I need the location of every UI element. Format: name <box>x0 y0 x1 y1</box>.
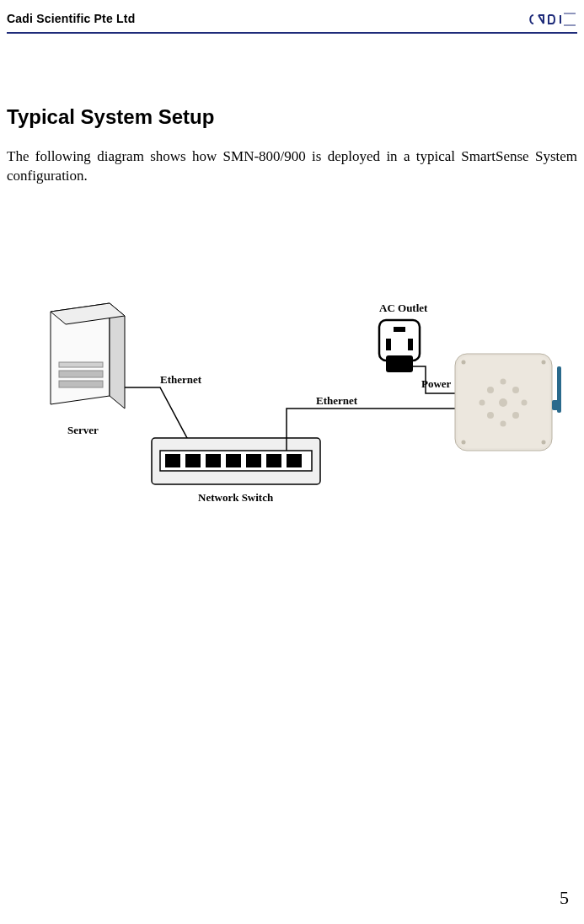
company-name: Cadi Scientific Pte Ltd <box>7 12 135 25</box>
ethernet-label-1: Ethernet <box>160 373 202 386</box>
svg-rect-10 <box>206 454 221 467</box>
server-icon <box>51 303 125 409</box>
svg-rect-9 <box>185 454 201 467</box>
svg-point-25 <box>487 412 494 419</box>
network-switch-icon <box>152 438 320 484</box>
svg-rect-36 <box>557 366 561 413</box>
svg-rect-14 <box>287 454 302 467</box>
svg-rect-19 <box>386 355 413 372</box>
cadi-logo <box>527 12 577 30</box>
svg-point-28 <box>501 421 506 427</box>
svg-rect-12 <box>246 454 261 467</box>
svg-point-29 <box>480 400 485 406</box>
power-label: Power <box>421 377 452 390</box>
svg-rect-13 <box>266 454 281 467</box>
svg-rect-17 <box>386 339 391 350</box>
system-diagram: Server Ethernet Network Switch Ethernet <box>25 286 565 531</box>
svg-point-26 <box>512 412 519 419</box>
svg-rect-3 <box>59 371 103 377</box>
page-number: 5 <box>560 887 569 909</box>
svg-rect-4 <box>59 381 103 387</box>
intro-paragraph: The following diagram shows how SMN-800/… <box>7 147 577 186</box>
svg-point-31 <box>462 361 466 365</box>
svg-rect-15 <box>379 320 420 361</box>
svg-point-33 <box>462 441 466 445</box>
svg-point-27 <box>501 379 506 385</box>
network-switch-label: Network Switch <box>198 491 274 504</box>
svg-point-30 <box>522 400 528 406</box>
svg-point-24 <box>512 387 519 393</box>
svg-marker-1 <box>110 303 125 409</box>
ac-outlet-label: AC Outlet <box>379 302 428 314</box>
svg-point-22 <box>499 398 507 407</box>
svg-rect-8 <box>165 454 180 467</box>
svg-point-34 <box>542 441 546 445</box>
svg-rect-18 <box>408 339 413 350</box>
svg-rect-11 <box>226 454 241 467</box>
svg-point-23 <box>487 387 494 393</box>
server-label: Server <box>67 424 99 436</box>
svg-point-32 <box>542 361 546 365</box>
svg-rect-5 <box>59 362 103 367</box>
smn-device-icon <box>455 354 561 451</box>
page-title: Typical System Setup <box>7 105 214 129</box>
ac-outlet-icon <box>379 320 420 372</box>
header-divider <box>7 32 577 34</box>
svg-rect-16 <box>394 327 405 332</box>
ethernet-label-2: Ethernet <box>316 394 358 407</box>
